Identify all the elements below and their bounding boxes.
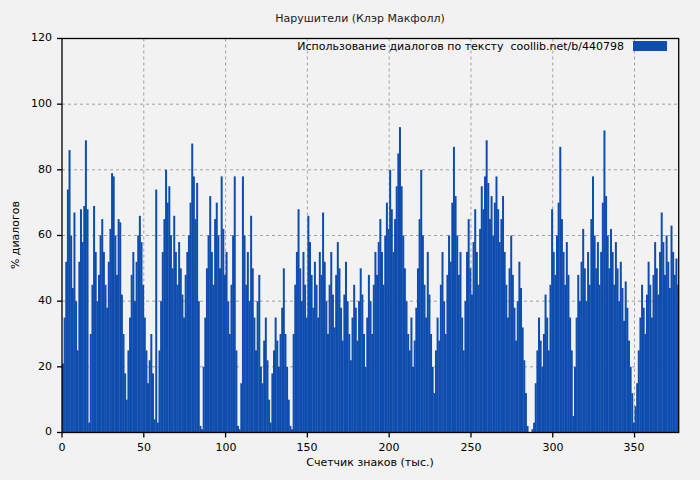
y-tick-label: 80 (14, 163, 52, 177)
y-tick-label: 120 (14, 31, 52, 45)
y-tick-label: 40 (14, 294, 52, 308)
chart-figure: Нарушители (Клэр Макфолл) Использование … (0, 0, 700, 480)
x-tick-label: 150 (285, 441, 329, 455)
x-tick-label: 300 (531, 441, 575, 455)
y-tick-label: 0 (14, 425, 52, 439)
x-tick-label: 50 (122, 441, 166, 455)
x-tick-label: 0 (40, 441, 84, 455)
x-tick-label: 250 (449, 441, 493, 455)
legend-label: Использование диалогов по тексту coollib… (297, 40, 624, 53)
legend-swatch (633, 41, 667, 51)
chart-canvas (0, 0, 700, 480)
x-tick-label: 200 (367, 441, 411, 455)
x-tick-label: 350 (612, 441, 656, 455)
x-axis-title: Счетчик знаков (тыс.) (20, 456, 700, 470)
chart-title: Нарушители (Клэр Макфолл) (20, 12, 700, 26)
y-tick-label: 20 (14, 360, 52, 374)
legend: Использование диалогов по тексту coollib… (297, 40, 667, 52)
x-tick-label: 100 (204, 441, 248, 455)
y-tick-label: 100 (14, 97, 52, 111)
y-tick-label: 60 (14, 228, 52, 242)
